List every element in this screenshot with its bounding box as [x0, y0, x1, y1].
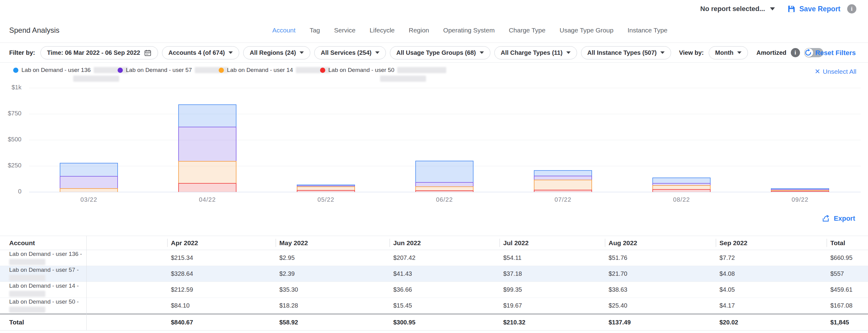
filter-pill[interactable]: All Instance Types (507) [581, 46, 671, 59]
chart-y-axis: $1k$750$500$2500 [0, 88, 25, 192]
bar-segment-lab-on-demand-user-50 [771, 191, 829, 192]
filter-pill-label: All Regions (24) [250, 49, 296, 56]
close-icon: ✕ [815, 68, 820, 75]
account-name: Lab on Demand - user 50 - [9, 298, 167, 305]
view-by-dropdown[interactable]: Month [709, 46, 748, 59]
redacted-text [9, 275, 45, 281]
table-cell: $99.35 [500, 286, 605, 293]
redacted-text [380, 76, 426, 82]
gridline [29, 192, 861, 192]
export-label: Export [834, 214, 855, 223]
chart-bar[interactable] [415, 161, 473, 192]
bar-segment-lab-on-demand-user-14 [534, 180, 592, 190]
tab-operating-system[interactable]: Operating System [443, 27, 495, 34]
filter-pill-label: All Services (254) [321, 49, 372, 56]
total-cell: $1,845 [827, 319, 868, 326]
legend-item[interactable]: Lab on Demand - user 50 [320, 67, 446, 82]
top-header: No report selected... Save Report i [0, 0, 868, 18]
legend-item[interactable]: Lab on Demand - user 136 [13, 67, 128, 82]
table-cell: $25.40 [605, 302, 716, 309]
column-header: Jun 2022 [390, 236, 500, 250]
table-cell: $660.95 [827, 254, 868, 261]
table-cell: $2.95 [276, 254, 390, 261]
legend-line: Lab on Demand - user 50 [320, 67, 446, 73]
x-axis-tick-label: 07/22 [554, 196, 571, 203]
table-cell: $18.28 [276, 302, 390, 309]
bar-segment-lab-on-demand-user-50 [178, 183, 237, 192]
unselect-all-label: Unselect All [823, 68, 856, 75]
x-axis-tick-label: 04/22 [199, 196, 216, 203]
tab-account[interactable]: Account [272, 27, 296, 34]
tab-usage-type-group[interactable]: Usage Type Group [560, 27, 614, 34]
chevron-down-icon [660, 52, 664, 54]
y-axis-tick-label: $750 [0, 110, 22, 117]
table-cell: $4.05 [716, 286, 827, 293]
account-name: Lab on Demand - user 14 - [9, 282, 167, 289]
report-selector-dropdown[interactable]: No report selected... [700, 5, 775, 13]
table-cell: $84.10 [167, 302, 276, 309]
redacted-text [9, 259, 45, 265]
table-cell: $38.63 [605, 286, 716, 293]
report-selector-label: No report selected... [700, 5, 765, 13]
tab-tag[interactable]: Tag [310, 27, 320, 34]
save-report-label: Save Report [799, 5, 840, 13]
y-axis-tick-label: $250 [0, 162, 22, 169]
filter-pill[interactable]: All Usage Type Groups (68) [390, 46, 490, 59]
chart-bar[interactable] [60, 163, 118, 192]
chart-plot: 03/2204/2205/2206/2207/2208/2209/22 [29, 88, 861, 192]
amortized-info-icon[interactable]: i [791, 48, 800, 57]
legend-dot-icon [13, 68, 19, 73]
view-by-label: View by: [679, 49, 704, 56]
chart-bar[interactable] [534, 170, 592, 192]
filter-pill-label: All Charge Types (11) [501, 49, 563, 56]
total-cell: $58.92 [276, 319, 390, 326]
filter-pill[interactable]: Accounts 4 (of 674) [162, 46, 239, 59]
reset-filters-label: Reset Filters [815, 49, 856, 57]
info-icon[interactable]: i [847, 4, 856, 13]
y-axis-tick-label: $500 [0, 136, 22, 143]
account-cell: Lab on Demand - user 50 - [0, 298, 167, 313]
chevron-down-icon [770, 7, 775, 10]
view-by-group: View by: Month [679, 46, 748, 59]
tab-charge-type[interactable]: Charge Type [509, 27, 546, 34]
legend-item[interactable]: Lab on Demand - user 14 [219, 67, 330, 73]
gridline [29, 114, 861, 114]
title-row: Spend Analysis AccountTagServiceLifecycl… [0, 18, 868, 43]
legend-label: Lab on Demand - user 136 [22, 67, 91, 73]
table-row: Lab on Demand - user 50 -$84.10$18.28$15… [0, 298, 868, 314]
export-button[interactable]: Export [822, 214, 855, 223]
bar-segment-lab-on-demand-user-57 [178, 127, 237, 161]
table-cell: $212.59 [167, 286, 276, 293]
account-cell: Lab on Demand - user 57 - [0, 267, 167, 281]
legend-item[interactable]: Lab on Demand - user 57 [118, 67, 228, 73]
tab-region[interactable]: Region [409, 27, 429, 34]
filter-pill[interactable]: All Services (254) [314, 46, 386, 59]
bar-segment-lab-on-demand-user-57 [652, 183, 711, 185]
reset-filters-button[interactable]: Reset Filters [804, 49, 856, 57]
chart-bar[interactable] [178, 104, 237, 192]
account-name: Lab on Demand - user 136 - [9, 251, 167, 257]
filter-pill[interactable]: All Regions (24) [243, 46, 310, 59]
x-axis-tick-label: 05/22 [317, 196, 334, 203]
bar-segment-lab-on-demand-user-14 [415, 187, 473, 190]
table-cell: $4.08 [716, 270, 827, 277]
tab-lifecycle[interactable]: Lifecycle [370, 27, 395, 34]
tab-instance-type[interactable]: Instance Type [627, 27, 668, 34]
legend-dot-icon [118, 68, 123, 73]
time-range-pill[interactable]: Time: 06 Mar 2022 - 06 Sep 2022 [40, 46, 158, 59]
tab-service[interactable]: Service [334, 27, 355, 34]
filter-pill[interactable]: All Charge Types (11) [494, 46, 577, 59]
save-report-button[interactable]: Save Report [787, 5, 840, 13]
chart-bar[interactable] [652, 177, 711, 192]
legend-label: Lab on Demand - user 50 [328, 67, 394, 73]
column-header: Jul 2022 [500, 236, 605, 250]
refresh-icon [804, 49, 812, 57]
table-cell: $7.72 [716, 254, 827, 261]
chevron-down-icon [566, 52, 570, 54]
chart-bar[interactable] [771, 188, 829, 192]
unselect-all-button[interactable]: ✕ Unselect All [815, 68, 856, 75]
total-cell: $137.49 [605, 319, 716, 326]
chevron-down-icon [479, 52, 484, 54]
chart-bar[interactable] [297, 185, 355, 192]
table-cell: $328.64 [167, 270, 276, 277]
